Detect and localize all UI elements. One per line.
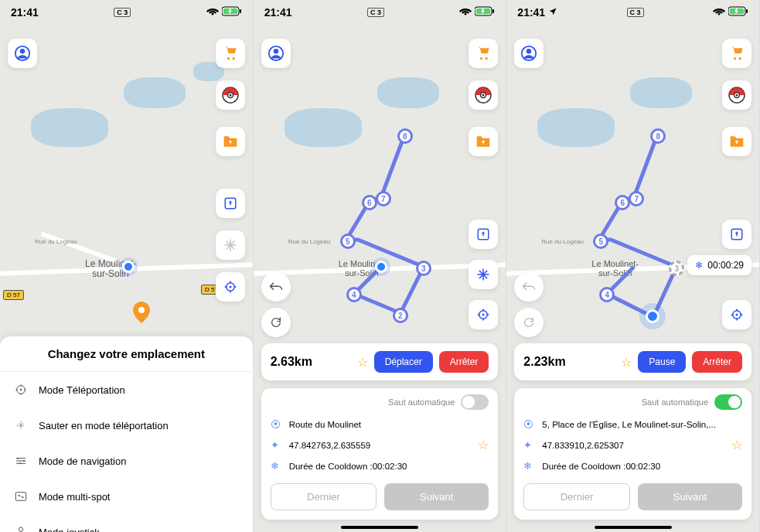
auto-toggle[interactable] (461, 394, 489, 410)
move-button[interactable]: Déplacer (374, 351, 433, 373)
cart-button[interactable] (722, 39, 751, 68)
svg-point-16 (19, 462, 21, 464)
joystick-icon (14, 525, 28, 532)
refresh-button[interactable] (261, 308, 291, 337)
coords-value: 47.842763,2.635559 (289, 441, 471, 450)
stop-button[interactable]: Arrêter (439, 351, 489, 373)
folder-button[interactable] (469, 127, 498, 156)
export-button[interactable] (469, 220, 498, 249)
wifi-icon (206, 6, 219, 19)
undo-button[interactable] (514, 272, 544, 302)
distance-panel: 2.63km ☆ Déplacer Arrêter (261, 343, 499, 380)
location-arrow-icon (548, 6, 557, 19)
clock: 21:41 (11, 6, 39, 19)
pokeball-button[interactable] (722, 80, 751, 110)
pin-icon: ⦿ (271, 418, 281, 430)
address-value: 5, Place de l'Église, Le Moulinet-sur-So… (542, 420, 742, 429)
svg-point-8 (229, 94, 231, 97)
waypoint[interactable]: 6 (362, 195, 377, 210)
detail-panel: Saut automatique ⦿ Route du Moulinet ✦ 4… (261, 388, 499, 520)
multispot-icon (14, 489, 28, 503)
carrier-badge: C 3 (114, 8, 131, 17)
coords-value: 47.833910,2.625307 (542, 441, 724, 450)
svg-rect-22 (492, 9, 494, 13)
profile-button[interactable] (261, 39, 291, 68)
coords-icon: ✦ (523, 439, 534, 451)
locate-button[interactable] (469, 300, 498, 329)
battery-icon (475, 6, 495, 19)
waypoint[interactable]: 7 (376, 191, 391, 206)
profile-button[interactable] (514, 39, 544, 68)
svg-point-15 (23, 460, 25, 462)
mode-sheet: Changez votre emplacement Mode Téléporta… (0, 336, 253, 532)
svg-point-3 (138, 307, 145, 313)
refresh-button[interactable] (514, 308, 544, 337)
snowflake-icon: ❄ (695, 260, 703, 271)
snowflake-button[interactable] (216, 230, 245, 260)
favorite-button[interactable]: ☆ (621, 355, 632, 370)
folder-button[interactable] (216, 127, 245, 156)
road-label: Rue du Logeau (35, 238, 77, 245)
pokeball-button[interactable] (469, 80, 498, 110)
address-value: Route du Moulinet (289, 420, 489, 429)
battery-icon (222, 6, 242, 19)
mode-teleport[interactable]: Mode Téléportation (0, 372, 253, 408)
location-pin-icon (133, 302, 150, 323)
svg-point-31 (482, 314, 485, 316)
pause-button[interactable]: Pause (638, 351, 686, 373)
mode-multispot[interactable]: Mode multi-spot (0, 479, 253, 514)
waypoint[interactable]: 5 (340, 234, 356, 249)
coords-icon: ✦ (271, 439, 281, 451)
folder-button[interactable] (722, 127, 751, 156)
snowflake-button[interactable] (469, 260, 498, 289)
favorite-button[interactable]: ☆ (357, 355, 368, 370)
undo-button[interactable] (261, 272, 291, 302)
mode-label: Mode de navigation (39, 455, 126, 467)
mode-label: Mode Téléportation (39, 384, 125, 396)
favorite-coords-button[interactable]: ☆ (478, 438, 489, 452)
teleport-icon (14, 383, 28, 397)
mode-label: Mode joystick (39, 527, 100, 533)
navigation-icon (14, 454, 28, 468)
mode-navigation[interactable]: Mode de navigation (0, 443, 253, 479)
auto-toggle[interactable] (714, 394, 742, 410)
status-bar: 21:41 C 3 (506, 0, 759, 25)
clock: 21:41 (517, 6, 545, 19)
user-location-dot (122, 261, 135, 273)
battery-icon (728, 6, 748, 19)
timer-value: 00:00:29 (707, 260, 744, 271)
wifi-icon (459, 6, 472, 19)
cart-button[interactable] (216, 39, 245, 68)
cart-button[interactable] (469, 39, 498, 68)
status-bar: 21:41 C 3 (0, 0, 253, 25)
jump-icon (14, 418, 28, 432)
auto-label: Saut automatique (388, 397, 455, 407)
phone-screen-1: 21:41 C 3 Rue du Logeau Le Moulinet-sur-… (0, 0, 254, 532)
svg-point-5 (20, 49, 25, 53)
stop-button[interactable]: Arrêter (692, 351, 742, 373)
locate-button[interactable] (216, 272, 245, 302)
favorite-coords-button[interactable]: ☆ (731, 438, 742, 452)
waypoint[interactable]: 3 (416, 261, 431, 276)
mode-jump-teleport[interactable]: Sauter en mode téléportation (0, 408, 253, 443)
prev-button[interactable]: Dernier (271, 483, 377, 510)
waypoint[interactable]: 4 (346, 287, 362, 302)
mode-label: Sauter en mode téléportation (39, 420, 169, 431)
mode-joystick[interactable]: Mode joystick (0, 514, 253, 532)
export-button[interactable] (722, 220, 751, 249)
next-button[interactable]: Suivant (384, 483, 489, 510)
wifi-icon (713, 6, 725, 19)
mode-label: Mode multi-spot (39, 491, 110, 503)
next-button[interactable]: Suivant (638, 483, 742, 510)
pokeball-button[interactable] (216, 80, 245, 110)
waypoint[interactable]: 8 (397, 128, 413, 144)
svg-point-36 (527, 49, 531, 53)
phone-screen-2: 21:41 C 3 Rue du Logeau Le Moulinet-sur-… (254, 0, 507, 532)
locate-button[interactable] (722, 300, 751, 329)
export-button[interactable] (216, 189, 245, 218)
svg-point-25 (273, 49, 278, 53)
profile-button[interactable] (8, 39, 37, 68)
cooldown-value: Durée de Cooldown :00:02:30 (542, 462, 660, 471)
waypoint[interactable]: 2 (393, 308, 408, 323)
prev-button[interactable]: Dernier (523, 483, 629, 510)
